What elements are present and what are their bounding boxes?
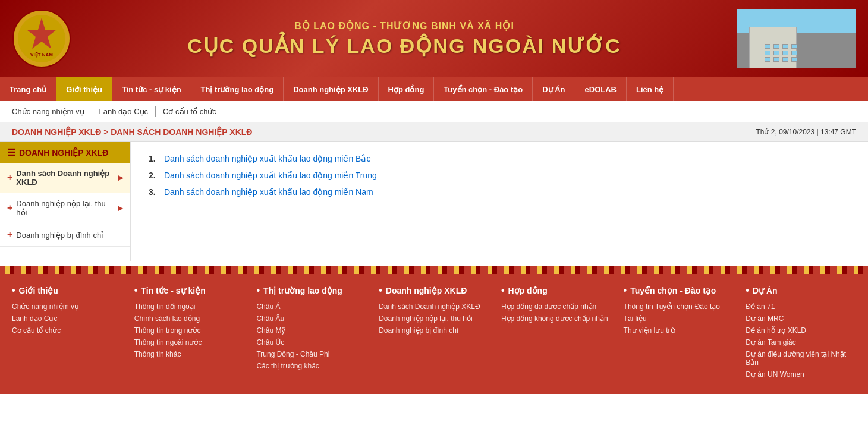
footer-title-5: Tuyển chọn - Đào tạo (624, 286, 734, 295)
footer-link-6-2[interactable]: Đề án hỗ trợ XKLĐ (746, 326, 856, 335)
footer-col-4: Hợp đồng Hợp đồng đã được chấp nhận Hợp … (501, 286, 612, 382)
footer-link-6-1[interactable]: Dự án MRC (746, 314, 856, 323)
sidebar-label-2: Doanh nghiệp bị đình chỉ (16, 231, 103, 240)
logo: VIỆT NAM (12, 9, 71, 68)
footer-link-1-1[interactable]: Chính sách lao động (134, 314, 245, 323)
arrow-icon-1: ▶ (118, 204, 123, 212)
footer-title-4: Hợp đồng (501, 286, 612, 295)
footer-link-1-0[interactable]: Thông tin đối ngoại (134, 302, 245, 311)
plus-icon-2: + (7, 229, 12, 240)
footer-col-2: Thị trường lao động Châu Á Châu Âu Châu … (256, 286, 367, 382)
footer-link-6-3[interactable]: Dự án Tam giác (746, 338, 856, 346)
content-link-mien-trung[interactable]: Danh sách doanh nghiệp xuất khẩu lao độn… (164, 171, 377, 180)
nav-tuyen-chon[interactable]: Tuyển chọn - Đào tạo (434, 77, 533, 101)
footer-link-0-1[interactable]: Lãnh đạo Cục (12, 314, 122, 323)
footer-link-3-1[interactable]: Doanh nghiệp nộp lại, thu hồi (379, 314, 489, 323)
nav-trang-chu[interactable]: Trang chủ (0, 77, 56, 101)
list-icon: ☰ (7, 147, 15, 158)
footer-link-6-4[interactable]: Dự án điều dưỡng viên tại Nhật Bản (746, 350, 856, 367)
header-title: CỤC QUẢN LÝ LAO ĐỘNG NGOÀI NƯỚC (71, 34, 737, 58)
content-link-0: 1. Danh sách doanh nghiệp xuất khẩu lao … (149, 154, 850, 163)
footer-link-2-5[interactable]: Các thị trường khác (256, 362, 367, 370)
footer-link-1-4[interactable]: Thông tin khác (134, 350, 245, 358)
content-link-1: 2. Danh sách doanh nghiệp xuất khẩu lao … (149, 171, 850, 180)
sidebar-label-1: Doanh nghiệp nộp lại, thu hồi (16, 199, 118, 217)
sidebar-item-2[interactable]: + Doanh nghiệp bị đình chỉ (0, 223, 130, 247)
footer-link-2-1[interactable]: Châu Âu (256, 314, 367, 323)
header-titles: BỘ LAO ĐỘNG - THƯƠNG BINH VÀ XÃ HỘI CỤC … (71, 20, 737, 58)
breadcrumb-bar: DOANH NGHIỆP XKLĐ > DANH SÁCH DOANH NGHI… (0, 122, 868, 142)
footer: Giới thiệu Chức năng nhiệm vụ Lãnh đạo C… (0, 274, 868, 394)
sidebar-header: ☰ DOANH NGHIỆP XKLĐ (0, 142, 130, 163)
breadcrumb: DOANH NGHIỆP XKLĐ > DANH SÁCH DOANH NGHI… (12, 127, 252, 137)
nav-du-an[interactable]: Dự Án (533, 77, 575, 101)
footer-title-1: Tin tức - sự kiện (134, 286, 245, 295)
footer-col-1: Tin tức - sự kiện Thông tin đối ngoại Ch… (134, 286, 245, 382)
footer-link-2-4[interactable]: Trung Đông - Châu Phi (256, 350, 367, 358)
arrow-icon-0: ▶ (118, 174, 123, 182)
content-link-2: 3. Danh sách doanh nghiệp xuất khẩu lao … (149, 187, 850, 197)
subnav-co-cau[interactable]: Cơ cấu tổ chức (156, 106, 224, 117)
nav-edolab[interactable]: eDOLAB (575, 77, 627, 101)
item-num-0: 1. (149, 154, 161, 163)
site-header: VIỆT NAM BỘ LAO ĐỘNG - THƯƠNG BINH VÀ XÃ… (0, 0, 868, 77)
subnav-lanh-dao[interactable]: Lãnh đạo Cục (92, 106, 156, 117)
footer-title-6: Dự Án (746, 286, 856, 295)
footer-title-0: Giới thiệu (12, 286, 122, 295)
sidebar-item-1[interactable]: + Doanh nghiệp nộp lại, thu hồi ▶ (0, 193, 130, 223)
header-subtitle: BỘ LAO ĐỘNG - THƯƠNG BINH VÀ XÃ HỘI (71, 20, 737, 31)
footer-col-3: Doanh nghiệp XKLĐ Danh sách Doanh nghiệp… (379, 286, 489, 382)
content-link-mien-nam[interactable]: Danh sách doanh nghiệp xuất khẩu lao độn… (164, 187, 373, 197)
sidebar-title: DOANH NGHIỆP XKLĐ (19, 148, 108, 157)
footer-link-5-2[interactable]: Thư viện lưu trữ (624, 326, 734, 335)
nav-tin-tuc[interactable]: Tin tức - sự kiện (112, 77, 191, 101)
nav-hop-dong[interactable]: Hợp đồng (379, 77, 435, 101)
footer-link-1-3[interactable]: Thông tin ngoài nước (134, 338, 245, 346)
footer-link-5-1[interactable]: Tài liệu (624, 314, 734, 323)
footer-link-5-0[interactable]: Thông tin Tuyển chọn-Đào tạo (624, 302, 734, 311)
footer-link-2-2[interactable]: Châu Mỹ (256, 326, 367, 335)
nav-thi-truong[interactable]: Thị trường lao động (191, 77, 284, 101)
content-link-mien-bac[interactable]: Danh sách doanh nghiệp xuất khẩu lao độn… (164, 154, 370, 163)
sub-nav: Chức năng nhiệm vụ Lãnh đạo Cục Cơ cấu t… (0, 101, 868, 122)
footer-col-5: Tuyển chọn - Đào tạo Thông tin Tuyển chọ… (624, 286, 734, 382)
footer-link-2-3[interactable]: Châu Úc (256, 338, 367, 346)
footer-link-2-0[interactable]: Châu Á (256, 302, 367, 311)
item-num-1: 2. (149, 171, 161, 180)
footer-link-3-2[interactable]: Doanh nghiệp bị đình chỉ (379, 326, 489, 335)
footer-link-3-0[interactable]: Danh sách Doanh nghiệp XKLĐ (379, 302, 489, 311)
nav-doanh-nghiep[interactable]: Doanh nghiệp XKLĐ (284, 77, 378, 101)
footer-title-2: Thị trường lao động (256, 286, 367, 295)
footer-link-0-2[interactable]: Cơ cấu tổ chức (12, 326, 122, 335)
footer-col-0: Giới thiệu Chức năng nhiệm vụ Lãnh đạo C… (12, 286, 122, 382)
footer-link-6-0[interactable]: Đề án 71 (746, 302, 856, 311)
main-content: ☰ DOANH NGHIỆP XKLĐ + Danh sách Doanh ng… (0, 142, 868, 261)
sidebar-label-0: Danh sách Doanh nghiệp XKLĐ (16, 169, 118, 187)
item-num-2: 3. (149, 187, 161, 197)
footer-link-6-5[interactable]: Dự án UN Women (746, 370, 856, 379)
footer-link-0-0[interactable]: Chức năng nhiệm vụ (12, 302, 122, 311)
decorative-border (0, 266, 868, 274)
plus-icon-1: + (7, 203, 12, 213)
sidebar-item-0[interactable]: + Danh sách Doanh nghiệp XKLĐ ▶ (0, 163, 130, 193)
sidebar: ☰ DOANH NGHIỆP XKLĐ + Danh sách Doanh ng… (0, 142, 131, 261)
footer-link-4-0[interactable]: Hợp đồng đã được chấp nhận (501, 302, 612, 311)
footer-col-6: Dự Án Đề án 71 Dự án MRC Đề án hỗ trợ XK… (746, 286, 856, 382)
footer-link-1-2[interactable]: Thông tin trong nước (134, 326, 245, 335)
subnav-chuc-nang[interactable]: Chức năng nhiệm vụ (12, 106, 92, 117)
footer-link-4-1[interactable]: Hợp đồng không được chấp nhận (501, 314, 612, 323)
datetime: Thứ 2, 09/10/2023 | 13:47 GMT (756, 128, 856, 136)
svg-text:VIỆT NAM: VIỆT NAM (30, 52, 53, 58)
nav-gioi-thieu[interactable]: Giới thiệu (56, 77, 112, 101)
plus-icon-0: + (7, 172, 12, 183)
main-nav: Trang chủ Giới thiệu Tin tức - sự kiện T… (0, 77, 868, 101)
nav-lien-he[interactable]: Liên hệ (627, 77, 674, 101)
footer-title-3: Doanh nghiệp XKLĐ (379, 286, 489, 295)
header-building-image (737, 9, 856, 68)
content-area: 1. Danh sách doanh nghiệp xuất khẩu lao … (131, 142, 868, 261)
